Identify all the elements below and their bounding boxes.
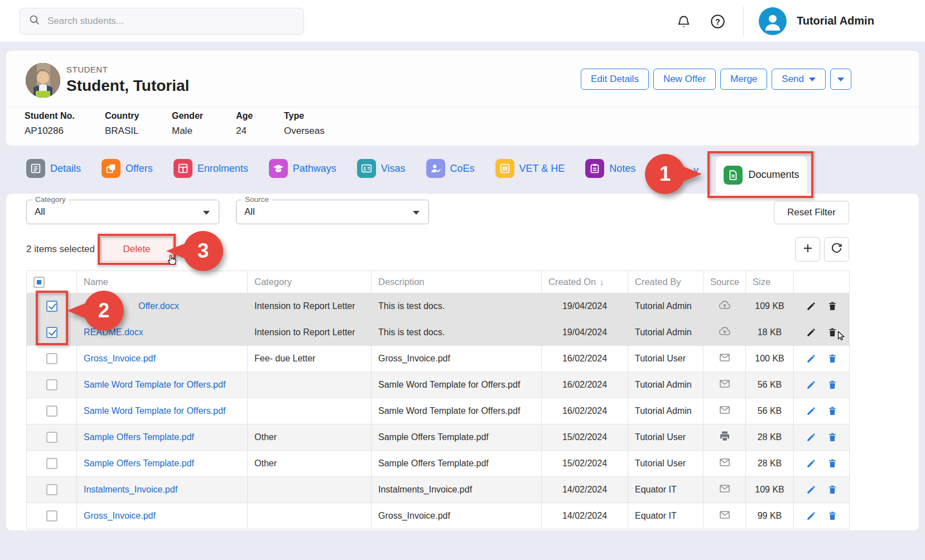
document-name-link[interactable]: Sample Offers Template.pdf xyxy=(84,432,194,442)
edit-document-button[interactable] xyxy=(804,509,818,523)
column-label: Category xyxy=(254,277,292,287)
edit-document-button[interactable] xyxy=(804,299,818,313)
category-filter-select[interactable]: Category All xyxy=(26,200,219,224)
source-filter-select[interactable]: Source All xyxy=(236,200,429,224)
document-name-link[interactable]: Gross_Invoice.pdf xyxy=(84,354,156,363)
tab-label: Offers xyxy=(126,163,153,175)
document-size: 109 KB xyxy=(746,477,794,503)
table-row: Samle Word Template for Offers.pdfSamle … xyxy=(27,372,850,398)
search-input[interactable] xyxy=(47,16,282,27)
row-checkbox[interactable] xyxy=(46,405,57,417)
plus-icon xyxy=(801,242,815,258)
delete-document-button[interactable] xyxy=(825,482,840,497)
mail-icon xyxy=(718,383,731,392)
edit-document-button[interactable] xyxy=(804,456,818,471)
column-header-description[interactable]: Description xyxy=(372,271,542,293)
user-avatar[interactable] xyxy=(759,7,787,35)
document-created-by: Tutorial Admin xyxy=(628,320,704,346)
column-header-category[interactable]: Category xyxy=(248,271,372,293)
reset-filter-button[interactable]: Reset Filter xyxy=(774,201,849,224)
edit-document-button[interactable] xyxy=(804,482,818,497)
row-checkbox[interactable] xyxy=(46,458,57,469)
mail-icon xyxy=(718,409,731,418)
row-select-cell xyxy=(27,503,77,529)
tab-details[interactable]: Details xyxy=(26,159,81,178)
send-button[interactable]: Send xyxy=(772,69,826,90)
document-size: 56 KB xyxy=(746,372,794,398)
document-category: Other xyxy=(248,424,372,451)
refresh-button[interactable] xyxy=(824,237,849,262)
delete-document-button[interactable] xyxy=(825,430,840,445)
document-source-cell xyxy=(704,372,746,398)
document-created-on: 14/02/2024 xyxy=(542,477,628,503)
row-checkbox[interactable] xyxy=(46,432,57,443)
tab-vet-he[interactable]: VET & HE xyxy=(495,159,565,178)
delete-document-button[interactable] xyxy=(825,509,840,523)
document-category xyxy=(248,372,372,398)
tab-enrolments[interactable]: Enrolments xyxy=(174,159,248,178)
row-checkbox[interactable] xyxy=(46,353,57,364)
tab-visas[interactable]: Visas xyxy=(357,159,406,178)
merge-button[interactable]: Merge xyxy=(720,69,767,90)
edit-document-button[interactable] xyxy=(804,404,818,418)
document-name-link[interactable]: Gross_Invoice.pdf xyxy=(84,511,156,520)
document-name-link[interactable]: Samle Word Template for Offers.pdf xyxy=(84,406,225,416)
document-description: Sample Offers Template.pdf xyxy=(372,424,542,451)
edit-document-button[interactable] xyxy=(804,430,818,445)
document-created-by: Equator IT xyxy=(628,477,704,503)
caret-down-icon xyxy=(203,211,210,215)
table-row: Gross_Invoice.pdfGross_Invoice.pdf14/02/… xyxy=(27,503,850,529)
edit-document-button[interactable] xyxy=(804,325,818,340)
delete-document-button[interactable] xyxy=(825,456,840,471)
document-description: Gross_Invoice.pdf xyxy=(372,346,542,372)
row-select-cell xyxy=(27,451,77,477)
document-name-link[interactable]: Sample Offers Template.pdf xyxy=(84,458,194,468)
more-actions-button[interactable] xyxy=(830,69,851,90)
column-header-size[interactable]: Size xyxy=(746,271,794,293)
sort-desc-icon[interactable]: ↓ xyxy=(599,277,604,287)
tab-label: Enrolments xyxy=(197,163,248,175)
delete-document-button[interactable] xyxy=(825,404,840,418)
document-size: 28 KB xyxy=(746,424,794,451)
delete-document-button[interactable] xyxy=(825,351,840,366)
tab-pathways[interactable]: Pathways xyxy=(269,159,336,178)
delete-document-button[interactable] xyxy=(825,299,840,313)
document-created-on: 14/02/2024 xyxy=(542,503,628,529)
document-name-link[interactable]: Offer.docx xyxy=(138,301,179,311)
tab-label: Notes xyxy=(609,163,635,175)
document-created-on: 16/02/2024 xyxy=(542,398,628,424)
help-icon[interactable]: ? xyxy=(709,12,726,30)
tab-offers[interactable]: Offers xyxy=(102,159,153,178)
edit-details-button[interactable]: Edit Details xyxy=(581,69,649,90)
notifications-bell-icon[interactable] xyxy=(675,12,692,30)
student-search[interactable] xyxy=(20,8,304,35)
edit-document-button[interactable] xyxy=(804,351,818,366)
document-name-link[interactable]: Instalments_Invoice.pdf xyxy=(84,485,177,494)
document-source-cell xyxy=(704,293,746,320)
upload-icon xyxy=(718,330,731,340)
add-document-button[interactable] xyxy=(795,237,820,262)
document-created-by: Tutorial Admin xyxy=(628,293,704,320)
column-header-source[interactable]: Source xyxy=(704,271,746,293)
column-header-name[interactable]: Name xyxy=(77,271,248,293)
table-row: Sample Offers Template.pdfOtherSample Of… xyxy=(27,451,850,477)
user-name: Tutorial Admin xyxy=(797,15,874,27)
column-header-created_by[interactable]: Created By xyxy=(628,271,704,293)
tab-label: CoEs xyxy=(450,163,475,175)
tab-coes[interactable]: CoEs xyxy=(426,159,475,178)
document-name-link[interactable]: Samle Word Template for Offers.pdf xyxy=(84,380,225,389)
print-icon xyxy=(718,435,731,445)
new-offer-button[interactable]: New Offer xyxy=(653,69,716,90)
select-all-checkbox[interactable] xyxy=(33,277,45,288)
row-checkbox[interactable] xyxy=(46,510,57,522)
document-name-link[interactable]: README.docx xyxy=(84,327,143,337)
row-checkbox[interactable] xyxy=(46,379,57,390)
column-header-created_on[interactable]: Created On↓ xyxy=(542,271,628,293)
student-tabs: DetailsOffersEnrolmentsPathwaysVisasCoEs… xyxy=(26,159,635,178)
documents-table: NameCategoryDescriptionCreated On↓Create… xyxy=(26,271,850,529)
edit-document-button[interactable] xyxy=(804,378,818,392)
row-checkbox[interactable] xyxy=(46,484,57,495)
tab-notes[interactable]: Notes xyxy=(585,159,635,178)
caret-down-icon xyxy=(809,78,816,81)
delete-document-button[interactable] xyxy=(825,378,840,392)
